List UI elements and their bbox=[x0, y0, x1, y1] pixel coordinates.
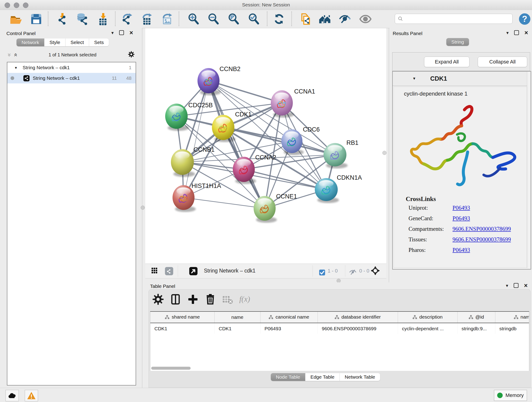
results-panel-close-icon[interactable]: × bbox=[525, 31, 528, 35]
network-canvas[interactable]: CCNB2CCNA1CDC25BCDK1CDC6RB1CCNB1CCNA2CDK… bbox=[145, 28, 386, 264]
grid-view-icon[interactable] bbox=[151, 266, 160, 276]
gene-section-header[interactable]: ▼ CDK1 bbox=[393, 71, 527, 86]
string-home-icon[interactable] bbox=[318, 12, 331, 26]
tab-edge-table[interactable]: Edge Table bbox=[305, 373, 340, 381]
selected-count: 1 - 0 bbox=[328, 268, 338, 274]
expand-all-networks-icon[interactable]: « bbox=[12, 53, 19, 56]
export-image-icon[interactable] bbox=[161, 12, 174, 26]
warnings-button[interactable] bbox=[25, 390, 38, 401]
network-node-CCNE1[interactable]: CCNE1 bbox=[254, 193, 297, 223]
network-share-icon[interactable] bbox=[164, 266, 174, 276]
table-hscrollbar[interactable] bbox=[151, 367, 191, 370]
results-panel-tab-string[interactable]: String bbox=[446, 38, 469, 46]
save-session-icon[interactable] bbox=[30, 12, 43, 26]
hidden-eye-icon[interactable] bbox=[349, 267, 357, 277]
column-header-shared-name[interactable]: shared name bbox=[150, 312, 215, 323]
network-node-CDK1[interactable]: CDK1 bbox=[212, 111, 252, 142]
table-panel-close-icon[interactable]: × bbox=[524, 283, 528, 288]
left-splitter-handle[interactable] bbox=[141, 206, 145, 210]
network-collection-label: String Network – cdk1 bbox=[23, 65, 70, 70]
network-node-HIST1H1A[interactable]: HIST1H1A bbox=[172, 182, 221, 212]
table-panel-float-icon[interactable] bbox=[514, 283, 519, 288]
search-input[interactable] bbox=[403, 16, 512, 22]
crosslink-link[interactable]: P06493 bbox=[452, 247, 470, 257]
tab-style[interactable]: Style bbox=[44, 38, 65, 46]
control-panel-title: Control Panel bbox=[6, 31, 36, 36]
network-node-CCNB1[interactable]: CCNB1 bbox=[171, 146, 215, 177]
column-header-namespace[interactable]: namespace bbox=[495, 312, 529, 323]
table-options-gear-icon[interactable] bbox=[152, 293, 165, 306]
tab-node-table[interactable]: Node Table bbox=[271, 373, 305, 381]
help-icon[interactable]: ? bbox=[518, 12, 531, 26]
clone-network-icon[interactable] bbox=[298, 12, 312, 26]
results-panel-float-icon[interactable] bbox=[514, 30, 519, 35]
collapse-all-button[interactable]: Collapse All bbox=[478, 57, 527, 67]
results-panel-menu-icon[interactable]: ▾ bbox=[506, 31, 509, 35]
table-cell[interactable]: CDK1 bbox=[150, 323, 215, 334]
network-node-CCNB2[interactable]: CCNB2 bbox=[197, 65, 241, 95]
zoom-fit-icon[interactable] bbox=[227, 12, 240, 26]
export-table-icon[interactable] bbox=[140, 12, 154, 26]
right-splitter-handle[interactable] bbox=[382, 151, 386, 155]
export-network-icon[interactable] bbox=[121, 12, 134, 26]
table-panel-menu-icon[interactable]: ▾ bbox=[506, 283, 508, 288]
memory-button[interactable]: Memory bbox=[494, 390, 527, 401]
column-header-@id[interactable]: @id bbox=[457, 312, 495, 323]
table-row[interactable]: CDK1CDK1P064939606.ENSP00000378699cyclin… bbox=[150, 323, 529, 334]
apply-layout-icon[interactable] bbox=[272, 12, 286, 26]
results-scrollbar[interactable] bbox=[527, 71, 531, 268]
control-panel-menu-icon[interactable]: ▾ bbox=[111, 31, 114, 35]
network-node-CDC6[interactable]: CDC6 bbox=[281, 126, 320, 155]
hide-glass-icon[interactable] bbox=[338, 12, 351, 26]
zoom-out-icon[interactable] bbox=[207, 12, 220, 26]
column-header-name[interactable]: name bbox=[215, 312, 260, 323]
tab-select[interactable]: Select bbox=[65, 38, 89, 46]
delete-column-icon[interactable] bbox=[204, 293, 217, 306]
column-header-database-identifier[interactable]: database identifier bbox=[317, 312, 398, 323]
tab-network-table[interactable]: Network Table bbox=[340, 373, 380, 381]
control-panel-close-icon[interactable]: × bbox=[129, 31, 133, 35]
crosslink-link[interactable]: P06493 bbox=[452, 215, 470, 226]
expand-all-button[interactable]: Expand All bbox=[424, 57, 469, 67]
open-file-icon[interactable] bbox=[9, 12, 23, 26]
show-columns-icon[interactable] bbox=[169, 293, 182, 306]
import-network-icon[interactable] bbox=[56, 12, 69, 26]
gene-collapse-icon[interactable]: ▼ bbox=[412, 77, 416, 81]
tab-network[interactable]: Network bbox=[17, 38, 44, 46]
crosslink-link[interactable]: 9606.ENSP00000378699 bbox=[452, 236, 511, 247]
table-cell[interactable]: stringdb bbox=[495, 323, 529, 334]
table-cell[interactable]: P06493 bbox=[260, 323, 317, 334]
birds-eye-view-icon[interactable] bbox=[370, 266, 380, 275]
network-options-gear-icon[interactable] bbox=[127, 51, 135, 59]
right-splitter[interactable] bbox=[389, 28, 389, 282]
node-label-CDKN1A: CDKN1A bbox=[337, 174, 362, 181]
search-box[interactable] bbox=[395, 14, 513, 24]
table-cell[interactable]: cyclin-dependent ... bbox=[398, 323, 457, 334]
network-node-RB1[interactable]: RB1 bbox=[323, 139, 359, 168]
crosslink-link[interactable]: P06493 bbox=[452, 205, 470, 215]
control-panel-float-icon[interactable] bbox=[119, 30, 124, 35]
tree-expand-icon[interactable]: ▼ bbox=[14, 66, 18, 70]
collapse-all-networks-icon[interactable]: » bbox=[6, 53, 13, 56]
crosslink-row: Pharos:P06493 bbox=[401, 247, 525, 257]
zoom-in-icon[interactable] bbox=[187, 12, 200, 26]
tab-sets[interactable]: Sets bbox=[89, 38, 109, 46]
node-table[interactable]: shared namenamecanonical namedatabase id… bbox=[150, 311, 529, 371]
network-row-selected[interactable]: String Network – cdk1 11 48 bbox=[7, 73, 136, 83]
table-cell[interactable]: stringdb:9... bbox=[457, 323, 495, 334]
column-header-canonical-name[interactable]: canonical name bbox=[260, 312, 317, 323]
cloud-button[interactable] bbox=[6, 390, 19, 401]
table-cell[interactable]: CDK1 bbox=[215, 323, 260, 334]
column-header-description[interactable]: description bbox=[398, 312, 457, 323]
network-node-CDKN1A[interactable]: CDKN1A bbox=[315, 174, 362, 203]
selected-checkbox-icon[interactable] bbox=[319, 268, 326, 277]
detach-view-icon[interactable] bbox=[189, 266, 198, 276]
network-collection-row[interactable]: ▼ String Network – cdk1 1 bbox=[7, 62, 136, 73]
add-column-icon[interactable] bbox=[186, 293, 199, 306]
import-network-from-database-icon[interactable] bbox=[75, 12, 89, 26]
zoom-selected-icon[interactable] bbox=[247, 12, 260, 26]
import-table-icon[interactable] bbox=[96, 12, 109, 26]
table-cell[interactable]: 9606.ENSP00000378699 bbox=[317, 323, 398, 334]
memory-status-dot bbox=[497, 393, 503, 398]
crosslink-link[interactable]: 9606.ENSP00000378699 bbox=[452, 226, 511, 236]
